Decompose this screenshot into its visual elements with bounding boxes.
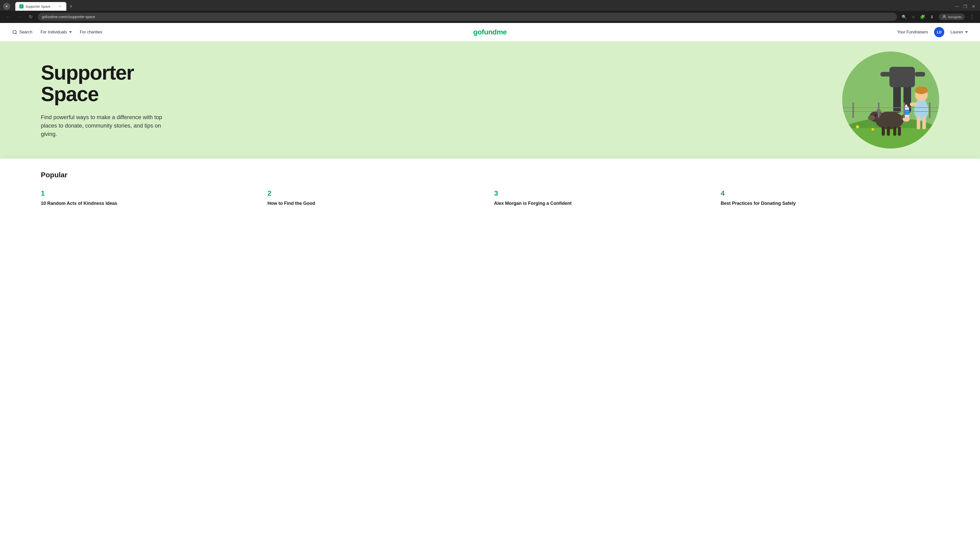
tab-dropdown-button[interactable]: ▾	[3, 3, 10, 10]
popular-item-title: How to Find the Good	[267, 200, 486, 206]
back-button[interactable]: ←	[4, 13, 12, 21]
svg-rect-5	[842, 128, 939, 148]
window-controls: — ❐ ✕	[953, 3, 977, 10]
bookmark-button[interactable]: ☆	[909, 13, 918, 21]
popular-section: Popular 1 10 Random Acts of Kindness Ide…	[0, 159, 980, 214]
popular-number: 3	[494, 189, 713, 197]
for-individuals-chevron	[68, 30, 72, 35]
svg-line-2	[16, 33, 17, 34]
svg-point-7	[872, 128, 874, 130]
svg-point-26	[875, 114, 876, 116]
for-charities-label: For charities	[80, 30, 102, 35]
popular-item[interactable]: 3 Alex Morgan is Forging a Confident	[494, 189, 713, 206]
address-bar: ← → ↻ gofundme.com/c/supporter-space 🔍 ☆…	[0, 11, 980, 23]
popular-item[interactable]: 2 How to Find the Good	[267, 189, 486, 206]
svg-point-10	[931, 128, 932, 130]
svg-rect-31	[898, 127, 901, 136]
for-individuals-label: For Individuals	[41, 30, 67, 35]
popular-number: 4	[721, 189, 939, 197]
svg-point-8	[849, 130, 851, 132]
extensions-button[interactable]: 🧩	[918, 13, 927, 21]
tab-title: Supporter Space	[25, 5, 51, 8]
minimize-button[interactable]: —	[953, 3, 961, 10]
popular-grid: 1 10 Random Acts of Kindness Ideas 2 How…	[41, 189, 939, 206]
svg-rect-18	[922, 117, 926, 129]
close-window-button[interactable]: ✕	[970, 3, 977, 10]
nav-for-individuals-link[interactable]: For Individuals	[41, 30, 72, 35]
popular-item-title: Alex Morgan is Forging a Confident	[494, 200, 713, 206]
user-avatar[interactable]: LD	[934, 27, 944, 37]
svg-rect-19	[916, 100, 926, 113]
user-chevron	[965, 30, 968, 35]
url-bar[interactable]: gofundme.com/c/supporter-space	[38, 13, 897, 21]
svg-rect-30	[893, 127, 896, 136]
popular-item-title: 10 Random Acts of Kindness Ideas	[41, 200, 259, 206]
user-name[interactable]: Lauren	[950, 30, 968, 35]
tab-close-button[interactable]: ×	[58, 4, 62, 9]
nav-left: Search For Individuals For charities	[12, 30, 102, 35]
your-fundraisers-link[interactable]: Your Fundraisers	[897, 30, 928, 35]
logo-text: gofundme	[473, 28, 507, 36]
hero-content: Supporter Space Find powerful ways to ma…	[41, 62, 194, 138]
hero-title: Supporter Space	[41, 62, 194, 105]
website-content: Search For Individuals For charities gof…	[0, 23, 980, 214]
hero-subtitle: Find powerful ways to make a difference …	[41, 113, 163, 138]
popular-title: Popular	[41, 171, 939, 179]
svg-point-1	[13, 30, 16, 33]
download-button[interactable]: ⬇	[928, 13, 936, 21]
forward-button[interactable]: →	[15, 13, 24, 21]
svg-rect-14	[880, 72, 891, 76]
svg-point-21	[915, 86, 928, 94]
maximize-button[interactable]: ❐	[962, 3, 969, 10]
browser-actions: 🔍 ☆ 🧩 ⬇	[900, 13, 936, 21]
svg-rect-22	[910, 103, 918, 106]
svg-point-0	[943, 15, 945, 17]
incognito-badge: Incognito	[939, 14, 965, 20]
popular-item[interactable]: 4 Best Practices for Donating Safely	[721, 189, 939, 206]
browser-chrome: ▾ G Supporter Space × + — ❐ ✕ ← → ↻ gofu…	[0, 0, 980, 23]
tab-favicon: G	[19, 4, 24, 8]
incognito-icon	[942, 14, 947, 19]
tab-bar: ▾ G Supporter Space × + — ❐ ✕	[0, 0, 980, 11]
svg-rect-39	[853, 103, 854, 118]
svg-point-25	[868, 115, 875, 121]
hero-section: Supporter Space Find powerful ways to ma…	[0, 41, 980, 159]
page-search-button[interactable]: 🔍	[900, 13, 908, 21]
svg-rect-13	[889, 67, 915, 87]
popular-item-title: Best Practices for Donating Safely	[721, 200, 939, 206]
incognito-label: Incognito	[948, 15, 962, 19]
user-name-text: Lauren	[950, 30, 963, 35]
reload-button[interactable]: ↻	[27, 13, 35, 21]
browser-menu-button[interactable]: ⋮	[968, 13, 976, 21]
new-tab-button[interactable]: +	[67, 3, 75, 10]
svg-rect-17	[917, 117, 920, 129]
svg-rect-41	[904, 103, 905, 118]
svg-rect-29	[887, 127, 890, 136]
search-label: Search	[19, 30, 32, 35]
nav-for-charities-link[interactable]: For charities	[80, 30, 102, 35]
active-tab[interactable]: G Supporter Space ×	[15, 2, 66, 11]
popular-number: 2	[267, 189, 486, 197]
search-icon	[12, 30, 18, 35]
svg-rect-15	[915, 72, 925, 76]
svg-rect-40	[878, 103, 880, 118]
nav-logo[interactable]: gofundme	[473, 28, 507, 36]
hero-image	[842, 52, 939, 148]
nav-right: Your Fundraisers LD Lauren	[897, 27, 968, 37]
tab-history-group: ▾	[3, 3, 12, 10]
popular-item[interactable]: 1 10 Random Acts of Kindness Ideas	[41, 189, 259, 206]
site-nav: Search For Individuals For charities gof…	[0, 23, 980, 41]
nav-search-link[interactable]: Search	[12, 30, 32, 35]
popular-number: 1	[41, 189, 259, 197]
svg-rect-28	[882, 127, 885, 136]
hero-image-wrapper	[842, 52, 939, 148]
svg-rect-42	[929, 103, 931, 118]
svg-point-6	[856, 125, 859, 128]
url-text: gofundme.com/c/supporter-space	[42, 15, 95, 19]
